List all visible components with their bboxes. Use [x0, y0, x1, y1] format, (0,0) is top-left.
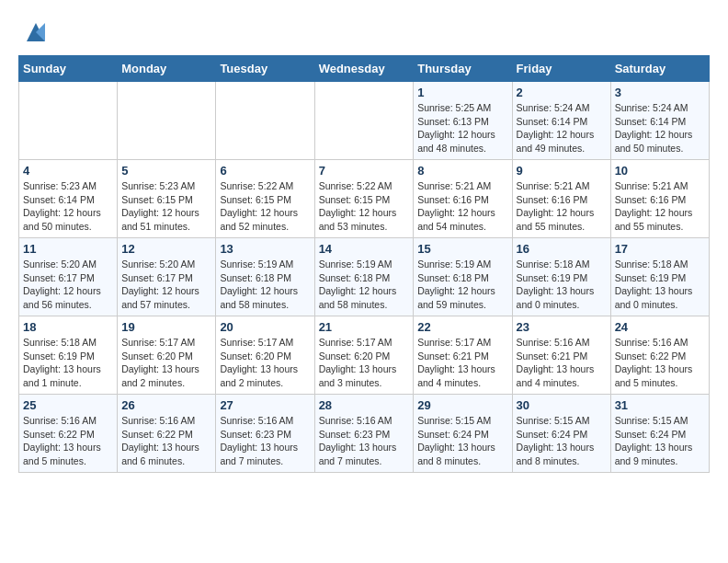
week-row-3: 11Sunrise: 5:20 AM Sunset: 6:17 PM Dayli… — [19, 238, 710, 316]
day-info: Sunrise: 5:23 AM Sunset: 6:14 PM Dayligh… — [23, 179, 113, 234]
day-cell: 17Sunrise: 5:18 AM Sunset: 6:19 PM Dayli… — [610, 238, 709, 316]
day-number: 4 — [23, 164, 113, 178]
day-number: 24 — [615, 320, 705, 334]
day-info: Sunrise: 5:22 AM Sunset: 6:15 PM Dayligh… — [220, 179, 310, 234]
day-info: Sunrise: 5:17 AM Sunset: 6:21 PM Dayligh… — [417, 336, 507, 390]
day-number: 10 — [615, 164, 705, 178]
day-info: Sunrise: 5:16 AM Sunset: 6:22 PM Dayligh… — [121, 414, 211, 468]
day-info: Sunrise: 5:19 AM Sunset: 6:18 PM Dayligh… — [417, 258, 507, 312]
day-info: Sunrise: 5:17 AM Sunset: 6:20 PM Dayligh… — [121, 336, 211, 390]
day-cell: 21Sunrise: 5:17 AM Sunset: 6:20 PM Dayli… — [314, 316, 414, 395]
day-info: Sunrise: 5:15 AM Sunset: 6:24 PM Dayligh… — [615, 414, 705, 468]
day-cell: 26Sunrise: 5:16 AM Sunset: 6:22 PM Dayli… — [118, 395, 216, 473]
day-cell: 3Sunrise: 5:24 AM Sunset: 6:14 PM Daylig… — [610, 82, 709, 160]
day-number: 22 — [417, 320, 507, 334]
day-cell: 30Sunrise: 5:15 AM Sunset: 6:24 PM Dayli… — [512, 395, 610, 473]
day-number: 8 — [417, 164, 507, 178]
day-cell: 10Sunrise: 5:21 AM Sunset: 6:16 PM Dayli… — [610, 160, 709, 238]
day-info: Sunrise: 5:21 AM Sunset: 6:16 PM Dayligh… — [517, 179, 607, 234]
day-cell: 19Sunrise: 5:17 AM Sunset: 6:20 PM Dayli… — [118, 316, 216, 395]
day-cell: 1Sunrise: 5:25 AM Sunset: 6:13 PM Daylig… — [414, 82, 512, 160]
header-row: SundayMondayTuesdayWednesdayThursdayFrid… — [19, 56, 710, 82]
day-cell: 7Sunrise: 5:22 AM Sunset: 6:15 PM Daylig… — [314, 160, 414, 238]
day-number: 17 — [615, 242, 705, 256]
day-number: 31 — [615, 398, 705, 412]
week-row-2: 4Sunrise: 5:23 AM Sunset: 6:14 PM Daylig… — [19, 160, 710, 238]
day-number: 9 — [517, 164, 607, 178]
col-header-sunday: Sunday — [19, 56, 118, 82]
day-number: 13 — [220, 242, 310, 256]
col-header-monday: Monday — [118, 56, 216, 82]
day-number: 25 — [23, 398, 113, 412]
day-number: 21 — [319, 320, 410, 334]
day-info: Sunrise: 5:16 AM Sunset: 6:22 PM Dayligh… — [23, 414, 113, 468]
day-cell: 27Sunrise: 5:16 AM Sunset: 6:23 PM Dayli… — [216, 395, 314, 473]
day-number: 27 — [220, 398, 310, 412]
day-number: 12 — [121, 242, 211, 256]
day-info: Sunrise: 5:15 AM Sunset: 6:24 PM Dayligh… — [417, 414, 507, 468]
day-cell: 16Sunrise: 5:18 AM Sunset: 6:19 PM Dayli… — [512, 238, 610, 316]
day-info: Sunrise: 5:20 AM Sunset: 6:17 PM Dayligh… — [23, 258, 113, 312]
day-number: 5 — [121, 164, 211, 178]
day-cell: 2Sunrise: 5:24 AM Sunset: 6:14 PM Daylig… — [512, 82, 610, 160]
logo — [18, 18, 50, 46]
day-number: 18 — [23, 320, 113, 334]
day-info: Sunrise: 5:17 AM Sunset: 6:20 PM Dayligh… — [319, 336, 410, 390]
day-cell: 20Sunrise: 5:17 AM Sunset: 6:20 PM Dayli… — [216, 316, 314, 395]
day-cell: 4Sunrise: 5:23 AM Sunset: 6:14 PM Daylig… — [19, 160, 118, 238]
day-number: 19 — [121, 320, 211, 334]
day-number: 2 — [517, 86, 607, 99]
day-info: Sunrise: 5:17 AM Sunset: 6:20 PM Dayligh… — [220, 336, 310, 390]
day-number: 3 — [615, 86, 705, 99]
header — [18, 18, 710, 46]
day-number: 26 — [121, 398, 211, 412]
col-header-thursday: Thursday — [414, 56, 512, 82]
day-info: Sunrise: 5:16 AM Sunset: 6:22 PM Dayligh… — [615, 336, 705, 390]
day-info: Sunrise: 5:20 AM Sunset: 6:17 PM Dayligh… — [121, 258, 211, 312]
day-number: 1 — [417, 86, 507, 99]
calendar-table: SundayMondayTuesdayWednesdayThursdayFrid… — [18, 55, 710, 473]
day-info: Sunrise: 5:18 AM Sunset: 6:19 PM Dayligh… — [615, 258, 705, 312]
day-cell: 31Sunrise: 5:15 AM Sunset: 6:24 PM Dayli… — [610, 395, 709, 473]
day-cell — [19, 82, 118, 160]
day-cell — [314, 82, 414, 160]
day-cell: 15Sunrise: 5:19 AM Sunset: 6:18 PM Dayli… — [414, 238, 512, 316]
day-info: Sunrise: 5:16 AM Sunset: 6:21 PM Dayligh… — [517, 336, 607, 390]
day-info: Sunrise: 5:21 AM Sunset: 6:16 PM Dayligh… — [417, 179, 507, 234]
day-info: Sunrise: 5:18 AM Sunset: 6:19 PM Dayligh… — [517, 258, 607, 312]
day-cell: 13Sunrise: 5:19 AM Sunset: 6:18 PM Dayli… — [216, 238, 314, 316]
day-cell: 6Sunrise: 5:22 AM Sunset: 6:15 PM Daylig… — [216, 160, 314, 238]
col-header-saturday: Saturday — [610, 56, 709, 82]
day-info: Sunrise: 5:22 AM Sunset: 6:15 PM Dayligh… — [319, 179, 410, 234]
day-number: 14 — [319, 242, 410, 256]
day-cell: 22Sunrise: 5:17 AM Sunset: 6:21 PM Dayli… — [414, 316, 512, 395]
day-cell: 23Sunrise: 5:16 AM Sunset: 6:21 PM Dayli… — [512, 316, 610, 395]
day-cell: 5Sunrise: 5:23 AM Sunset: 6:15 PM Daylig… — [118, 160, 216, 238]
day-info: Sunrise: 5:15 AM Sunset: 6:24 PM Dayligh… — [517, 414, 607, 468]
day-info: Sunrise: 5:25 AM Sunset: 6:13 PM Dayligh… — [417, 101, 507, 155]
day-cell: 18Sunrise: 5:18 AM Sunset: 6:19 PM Dayli… — [19, 316, 118, 395]
day-cell: 25Sunrise: 5:16 AM Sunset: 6:22 PM Dayli… — [19, 395, 118, 473]
logo-icon — [22, 18, 50, 46]
day-number: 7 — [319, 164, 410, 178]
day-cell — [216, 82, 314, 160]
day-number: 20 — [220, 320, 310, 334]
day-info: Sunrise: 5:19 AM Sunset: 6:18 PM Dayligh… — [319, 258, 410, 312]
day-number: 29 — [417, 398, 507, 412]
day-cell: 28Sunrise: 5:16 AM Sunset: 6:23 PM Dayli… — [314, 395, 414, 473]
day-info: Sunrise: 5:19 AM Sunset: 6:18 PM Dayligh… — [220, 258, 310, 312]
day-info: Sunrise: 5:18 AM Sunset: 6:19 PM Dayligh… — [23, 336, 113, 390]
day-info: Sunrise: 5:16 AM Sunset: 6:23 PM Dayligh… — [220, 414, 310, 468]
day-number: 11 — [23, 242, 113, 256]
week-row-4: 18Sunrise: 5:18 AM Sunset: 6:19 PM Dayli… — [19, 316, 710, 395]
day-info: Sunrise: 5:23 AM Sunset: 6:15 PM Dayligh… — [121, 179, 211, 234]
col-header-tuesday: Tuesday — [216, 56, 314, 82]
col-header-wednesday: Wednesday — [314, 56, 414, 82]
day-cell — [118, 82, 216, 160]
day-cell: 9Sunrise: 5:21 AM Sunset: 6:16 PM Daylig… — [512, 160, 610, 238]
day-number: 30 — [517, 398, 607, 412]
day-cell: 8Sunrise: 5:21 AM Sunset: 6:16 PM Daylig… — [414, 160, 512, 238]
day-info: Sunrise: 5:21 AM Sunset: 6:16 PM Dayligh… — [615, 179, 705, 234]
col-header-friday: Friday — [512, 56, 610, 82]
day-info: Sunrise: 5:24 AM Sunset: 6:14 PM Dayligh… — [615, 101, 705, 155]
